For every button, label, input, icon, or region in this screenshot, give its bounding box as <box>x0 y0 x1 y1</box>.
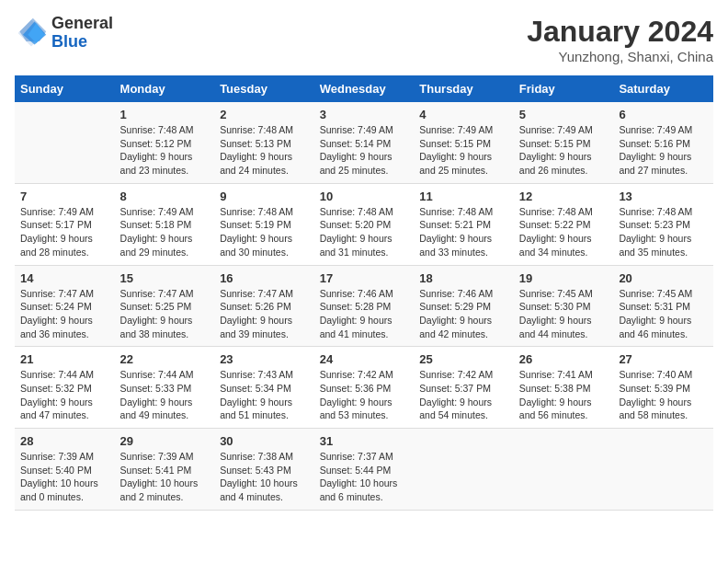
day-number: 12 <box>519 190 609 203</box>
calendar-cell: 29Sunrise: 7:39 AM Sunset: 5:41 PM Dayli… <box>115 429 215 511</box>
day-info: Sunrise: 7:48 AM Sunset: 5:12 PM Dayligh… <box>120 123 210 178</box>
calendar-cell <box>414 429 514 511</box>
week-row-4: 21Sunrise: 7:44 AM Sunset: 5:32 PM Dayli… <box>15 347 713 429</box>
calendar-cell: 21Sunrise: 7:44 AM Sunset: 5:32 PM Dayli… <box>15 347 115 429</box>
day-number: 3 <box>320 108 409 121</box>
day-number: 21 <box>20 352 109 366</box>
logo-general: General <box>51 15 113 33</box>
day-number: 4 <box>419 108 508 121</box>
calendar-cell: 24Sunrise: 7:42 AM Sunset: 5:36 PM Dayli… <box>314 347 415 429</box>
weekday-header-sunday: Sunday <box>15 75 115 102</box>
calendar-cell: 31Sunrise: 7:37 AM Sunset: 5:44 PM Dayli… <box>314 429 415 511</box>
calendar-cell: 15Sunrise: 7:47 AM Sunset: 5:25 PM Dayli… <box>115 265 215 347</box>
calendar-cell: 1Sunrise: 7:48 AM Sunset: 5:12 PM Daylig… <box>115 102 215 183</box>
day-number: 24 <box>320 352 409 366</box>
day-info: Sunrise: 7:40 AM Sunset: 5:39 PM Dayligh… <box>619 368 708 422</box>
calendar-cell: 18Sunrise: 7:46 AM Sunset: 5:29 PM Dayli… <box>414 265 514 347</box>
calendar-cell: 5Sunrise: 7:49 AM Sunset: 5:15 PM Daylig… <box>514 102 614 183</box>
day-info: Sunrise: 7:48 AM Sunset: 5:20 PM Dayligh… <box>320 205 409 259</box>
day-number: 6 <box>619 108 708 121</box>
calendar-cell: 9Sunrise: 7:48 AM Sunset: 5:19 PM Daylig… <box>214 183 314 265</box>
day-number: 8 <box>120 190 210 203</box>
logo-blue: Blue <box>51 33 113 52</box>
calendar-cell: 7Sunrise: 7:49 AM Sunset: 5:17 PM Daylig… <box>15 183 115 265</box>
day-info: Sunrise: 7:48 AM Sunset: 5:13 PM Dayligh… <box>220 123 309 178</box>
day-info: Sunrise: 7:49 AM Sunset: 5:15 PM Dayligh… <box>519 123 609 178</box>
weekday-header-tuesday: Tuesday <box>214 75 314 102</box>
day-number: 10 <box>320 190 409 203</box>
day-number: 30 <box>220 434 309 448</box>
day-number: 13 <box>619 190 708 203</box>
calendar-cell: 20Sunrise: 7:45 AM Sunset: 5:31 PM Dayli… <box>613 265 713 347</box>
day-info: Sunrise: 7:45 AM Sunset: 5:30 PM Dayligh… <box>519 287 609 341</box>
day-number: 17 <box>320 271 409 285</box>
day-info: Sunrise: 7:47 AM Sunset: 5:25 PM Dayligh… <box>120 287 210 341</box>
day-info: Sunrise: 7:48 AM Sunset: 5:22 PM Dayligh… <box>519 205 609 259</box>
calendar-cell: 8Sunrise: 7:49 AM Sunset: 5:18 PM Daylig… <box>115 183 215 265</box>
day-info: Sunrise: 7:49 AM Sunset: 5:16 PM Dayligh… <box>619 123 708 178</box>
day-info: Sunrise: 7:42 AM Sunset: 5:37 PM Dayligh… <box>419 368 508 422</box>
day-info: Sunrise: 7:42 AM Sunset: 5:36 PM Dayligh… <box>320 368 409 422</box>
day-number: 22 <box>120 352 210 366</box>
month-title: January 2024 <box>527 15 713 49</box>
day-info: Sunrise: 7:49 AM Sunset: 5:17 PM Dayligh… <box>20 205 109 259</box>
calendar-cell: 26Sunrise: 7:41 AM Sunset: 5:38 PM Dayli… <box>514 347 614 429</box>
weekday-header-monday: Monday <box>115 75 215 102</box>
calendar-cell: 23Sunrise: 7:43 AM Sunset: 5:34 PM Dayli… <box>214 347 314 429</box>
day-info: Sunrise: 7:39 AM Sunset: 5:40 PM Dayligh… <box>20 450 109 504</box>
day-number: 15 <box>120 271 210 285</box>
day-info: Sunrise: 7:46 AM Sunset: 5:28 PM Dayligh… <box>320 287 409 341</box>
calendar-cell: 11Sunrise: 7:48 AM Sunset: 5:21 PM Dayli… <box>414 183 514 265</box>
day-info: Sunrise: 7:45 AM Sunset: 5:31 PM Dayligh… <box>619 287 708 341</box>
day-info: Sunrise: 7:41 AM Sunset: 5:38 PM Dayligh… <box>519 368 609 422</box>
location: Yunzhong, Shanxi, China <box>527 49 713 64</box>
page-header: General Blue January 2024 Yunzhong, Shan… <box>15 15 713 64</box>
calendar-body: 1Sunrise: 7:48 AM Sunset: 5:12 PM Daylig… <box>15 102 713 510</box>
calendar-cell: 27Sunrise: 7:40 AM Sunset: 5:39 PM Dayli… <box>613 347 713 429</box>
day-number: 19 <box>519 271 609 285</box>
day-number: 7 <box>20 190 109 203</box>
weekday-header-saturday: Saturday <box>613 75 713 102</box>
day-info: Sunrise: 7:47 AM Sunset: 5:24 PM Dayligh… <box>20 287 109 341</box>
calendar-cell: 22Sunrise: 7:44 AM Sunset: 5:33 PM Dayli… <box>115 347 215 429</box>
calendar-cell: 3Sunrise: 7:49 AM Sunset: 5:14 PM Daylig… <box>314 102 415 183</box>
weekday-header-thursday: Thursday <box>414 75 514 102</box>
day-info: Sunrise: 7:37 AM Sunset: 5:44 PM Dayligh… <box>320 450 409 504</box>
calendar-cell: 28Sunrise: 7:39 AM Sunset: 5:40 PM Dayli… <box>15 429 115 511</box>
day-info: Sunrise: 7:49 AM Sunset: 5:15 PM Dayligh… <box>419 123 508 178</box>
day-number: 27 <box>619 352 708 366</box>
calendar-cell: 4Sunrise: 7:49 AM Sunset: 5:15 PM Daylig… <box>414 102 514 183</box>
day-info: Sunrise: 7:48 AM Sunset: 5:19 PM Dayligh… <box>220 205 309 259</box>
week-row-5: 28Sunrise: 7:39 AM Sunset: 5:40 PM Dayli… <box>15 429 713 511</box>
logo-text: General Blue <box>51 15 113 52</box>
calendar-header: SundayMondayTuesdayWednesdayThursdayFrid… <box>15 75 713 102</box>
day-number: 20 <box>619 271 708 285</box>
day-number: 28 <box>20 434 109 448</box>
day-number: 5 <box>519 108 609 121</box>
calendar-cell: 6Sunrise: 7:49 AM Sunset: 5:16 PM Daylig… <box>613 102 713 183</box>
day-number: 26 <box>519 352 609 366</box>
calendar-cell: 2Sunrise: 7:48 AM Sunset: 5:13 PM Daylig… <box>214 102 314 183</box>
day-number: 11 <box>419 190 508 203</box>
weekday-header-wednesday: Wednesday <box>314 75 415 102</box>
calendar-cell <box>613 429 713 511</box>
calendar-cell: 13Sunrise: 7:48 AM Sunset: 5:23 PM Dayli… <box>613 183 713 265</box>
weekday-header-row: SundayMondayTuesdayWednesdayThursdayFrid… <box>15 75 713 102</box>
day-number: 2 <box>220 108 309 121</box>
day-number: 25 <box>419 352 508 366</box>
day-info: Sunrise: 7:49 AM Sunset: 5:18 PM Dayligh… <box>120 205 210 259</box>
day-info: Sunrise: 7:43 AM Sunset: 5:34 PM Dayligh… <box>220 368 309 422</box>
calendar-cell <box>15 102 115 183</box>
calendar-cell: 19Sunrise: 7:45 AM Sunset: 5:30 PM Dayli… <box>514 265 614 347</box>
calendar-cell: 30Sunrise: 7:38 AM Sunset: 5:43 PM Dayli… <box>214 429 314 511</box>
calendar-cell: 17Sunrise: 7:46 AM Sunset: 5:28 PM Dayli… <box>314 265 415 347</box>
day-info: Sunrise: 7:44 AM Sunset: 5:32 PM Dayligh… <box>20 368 109 422</box>
day-number: 23 <box>220 352 309 366</box>
logo: General Blue <box>15 15 113 52</box>
weekday-header-friday: Friday <box>514 75 614 102</box>
day-number: 16 <box>220 271 309 285</box>
calendar-cell: 12Sunrise: 7:48 AM Sunset: 5:22 PM Dayli… <box>514 183 614 265</box>
day-info: Sunrise: 7:39 AM Sunset: 5:41 PM Dayligh… <box>120 450 210 504</box>
week-row-2: 7Sunrise: 7:49 AM Sunset: 5:17 PM Daylig… <box>15 183 713 265</box>
title-block: January 2024 Yunzhong, Shanxi, China <box>527 15 713 64</box>
